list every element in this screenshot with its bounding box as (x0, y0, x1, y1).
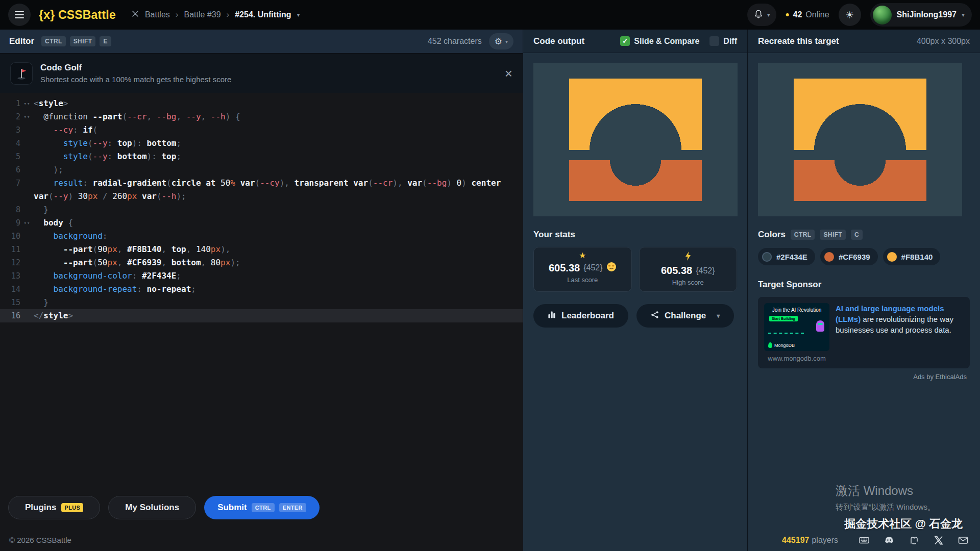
unchecked-checkbox-icon[interactable] (709, 36, 719, 46)
chevron-down-icon[interactable]: ▾ (717, 312, 720, 319)
code-text[interactable]: body { (34, 216, 523, 230)
windows-activation-watermark: 激活 Windows 转到“设置”以激活 Windows。 (836, 483, 935, 512)
keyboard-icon[interactable] (859, 535, 870, 545)
code-output-panel: Code output ✓ Slide & Compare Diff Your … (523, 30, 747, 551)
code-editor[interactable]: 1▾▾<style>2▾▾ @function --part(--cr, --b… (0, 93, 523, 488)
sponsor-ad[interactable]: Join the AI Revolution Start Building Mo… (758, 297, 970, 368)
code-line[interactable]: 13 background-color: #2F434E; (0, 269, 523, 283)
code-text[interactable]: ); (34, 163, 523, 177)
target-dimensions: 400px x 300px (917, 37, 970, 46)
code-line[interactable]: 7 result: radial-gradient(circle at 50% … (0, 177, 523, 203)
golf-subtitle: Shortest code with a 100% match gets the… (40, 75, 231, 84)
checked-checkbox-icon[interactable]: ✓ (620, 36, 630, 46)
code-text[interactable]: </style> (34, 309, 523, 322)
slide-compare-toggle[interactable]: ✓ Slide & Compare (620, 36, 699, 46)
line-number: 3 (0, 123, 20, 137)
code-line[interactable]: 9▾▾ body { (0, 216, 523, 230)
code-text[interactable]: style(--y: bottom): top; (34, 150, 523, 163)
color-hex-label: #CF6939 (839, 253, 870, 261)
code-line[interactable]: 11 --part(90px, #F8B140, top, 140px), (0, 243, 523, 256)
sponsor-title: Target Sponsor (758, 280, 970, 290)
notifications-button[interactable]: ▾ (747, 4, 776, 26)
code-line[interactable]: 4 style(--y: top): bottom; (0, 137, 523, 150)
fold-chevron-icon[interactable]: ▾▾ (20, 110, 34, 123)
code-text[interactable]: style(--y: top): bottom; (34, 137, 523, 150)
colors-row: Colors CTRL SHIFT C (758, 230, 970, 240)
user-menu-button[interactable]: ShiJinlong1997 ▾ (870, 3, 972, 27)
menu-button[interactable] (8, 4, 31, 26)
discord-icon[interactable] (884, 535, 895, 545)
page-footer: 445197players (782, 533, 969, 548)
fold-chevron-icon[interactable]: ▾▾ (20, 216, 34, 230)
editor-settings-button[interactable]: ⚙ ▾ (489, 33, 513, 49)
app-logo[interactable]: {x} CSSBattle (39, 8, 116, 22)
code-line[interactable]: 6 ); (0, 163, 523, 177)
x-icon[interactable] (934, 535, 944, 545)
ad-byline[interactable]: Ads by EthicalAds (758, 373, 970, 381)
leaderboard-button[interactable]: Leaderboard (533, 304, 628, 328)
code-text[interactable]: } (34, 203, 523, 216)
code-text[interactable]: --part(50px, #CF6939, bottom, 80px); (34, 256, 523, 269)
ad-thumbnail-column: Join the AI Revolution Start Building Mo… (764, 303, 829, 362)
challenge-button[interactable]: Challenge ▾ (636, 304, 734, 328)
ad-thumb-title: Join the AI Revolution (772, 307, 822, 313)
my-solutions-label: My Solutions (125, 503, 179, 513)
plugins-label: Plugins (25, 503, 56, 513)
online-status: • 42 Online (786, 9, 829, 20)
mail-icon[interactable] (958, 535, 969, 545)
code-text[interactable]: @function --part(--cr, --bg, --y, --h) { (34, 110, 523, 123)
code-text[interactable]: background-repeat: no-repeat; (34, 283, 523, 296)
color-hex-label: #2F434E (776, 253, 807, 261)
svg-text:★: ★ (611, 264, 615, 268)
code-text[interactable]: } (34, 296, 523, 309)
chevron-down-icon: ▾ (962, 11, 965, 18)
code-line[interactable]: 1▾▾<style> (0, 97, 523, 110)
code-line[interactable]: 3 --cy: if( (0, 123, 523, 137)
code-text[interactable]: result: radial-gradient(circle at 50% va… (34, 177, 523, 203)
code-line[interactable]: 5 style(--y: bottom): top; (0, 150, 523, 163)
chevron-down-icon[interactable]: ▾ (297, 11, 300, 18)
code-text[interactable]: <style> (34, 97, 523, 110)
color-chip[interactable]: #2F434E (758, 248, 815, 265)
plus-badge: PLUS (61, 503, 83, 512)
code-text[interactable]: --cy: if( (34, 123, 523, 137)
code-line[interactable]: 2▾▾ @function --part(--cr, --bg, --y, --… (0, 110, 523, 123)
mastodon-icon[interactable] (909, 535, 920, 545)
fold-gutter (20, 256, 34, 269)
editor-title: Editor (9, 36, 34, 46)
close-banner-button[interactable]: × (505, 67, 512, 80)
online-count: 42 (793, 10, 802, 19)
line-number: 10 (0, 230, 20, 243)
kbd-enter: ENTER (279, 503, 306, 512)
code-output-preview[interactable] (533, 63, 738, 216)
gear-icon: ⚙ (495, 36, 502, 47)
diff-label: Diff (723, 37, 737, 46)
color-chip[interactable]: #F8B140 (883, 248, 941, 265)
code-text[interactable]: --part(90px, #F8B140, top, 140px), (34, 243, 523, 256)
color-chip[interactable]: #CF6939 (820, 248, 878, 265)
code-line[interactable]: 8 } (0, 203, 523, 216)
fold-chevron-icon[interactable]: ▾▾ (20, 97, 34, 110)
diff-toggle[interactable]: Diff (709, 36, 737, 46)
line-number: 14 (0, 283, 20, 296)
breadcrumb-battles[interactable]: Battles (145, 10, 170, 19)
code-line[interactable]: 15 } (0, 296, 523, 309)
share-icon (651, 311, 659, 321)
target-panel: Recreate this target 400px x 300px Color… (747, 30, 980, 551)
plugins-button[interactable]: Plugins PLUS (8, 496, 100, 519)
ad-thumbnail[interactable]: Join the AI Revolution Start Building Mo… (764, 303, 829, 351)
target-image[interactable] (758, 63, 962, 216)
code-text[interactable]: background-color: #2F434E; (34, 269, 523, 283)
theme-toggle-button[interactable]: ☀ (839, 4, 861, 26)
editor-panel: Editor CTRL SHIFT E 452 characters ⚙ ▾ C… (0, 30, 523, 551)
breadcrumb-battle[interactable]: Battle #39 (184, 10, 220, 19)
code-text[interactable]: background: (34, 230, 523, 243)
my-solutions-button[interactable]: My Solutions (108, 496, 196, 519)
breadcrumb-target[interactable]: #254. Unfitting (235, 10, 291, 19)
juejin-credit-watermark: 掘金技术社区 @ 石金龙 (844, 516, 963, 532)
code-line[interactable]: 16</style> (0, 309, 523, 322)
code-line[interactable]: 14 background-repeat: no-repeat; (0, 283, 523, 296)
code-line[interactable]: 10 background: (0, 230, 523, 243)
submit-button[interactable]: Submit CTRL ENTER (204, 496, 320, 519)
code-line[interactable]: 12 --part(50px, #CF6939, bottom, 80px); (0, 256, 523, 269)
